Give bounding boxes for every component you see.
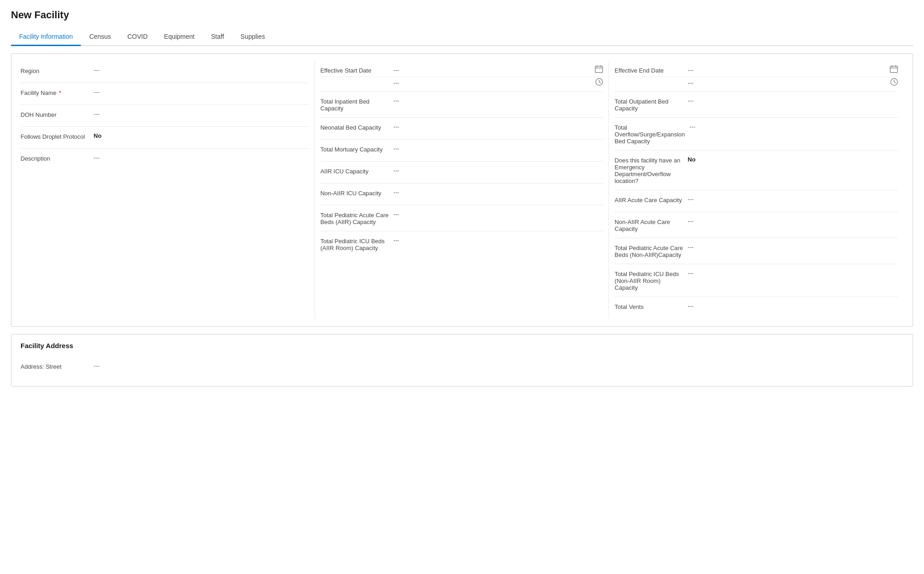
non-aiir-acute-value[interactable]: ---: [688, 218, 898, 224]
facility-name-value[interactable]: ---: [94, 89, 309, 95]
emergency-dept-value[interactable]: No: [688, 156, 898, 163]
effective-end-date-section: Effective End Date ---: [614, 61, 898, 92]
total-pediatric-icu-non-aiir-row: Total Pediatric ICU Beds (Non-AIIR Room)…: [614, 264, 898, 297]
effective-end-date-value[interactable]: ---: [688, 67, 890, 73]
facility-name-label: Facility Name *: [21, 89, 94, 96]
tab-supplies[interactable]: Supplies: [232, 28, 273, 46]
address-street-row: Address: Street ---: [21, 357, 903, 379]
svg-line-13: [894, 82, 896, 83]
page-title: New Facility: [11, 9, 913, 21]
non-aiir-icu-row: Non-AIIR ICU Capacity ---: [320, 183, 604, 205]
address-street-label: Address: Street: [21, 362, 94, 370]
left-column: Region --- Facility Name * --- DOH Numbe…: [21, 61, 315, 319]
aiir-icu-value[interactable]: ---: [394, 167, 604, 174]
calendar-icon-start[interactable]: [595, 65, 603, 75]
total-inpatient-row: Total Inpatient Bed Capacity ---: [320, 92, 604, 118]
description-label: Description: [21, 154, 94, 162]
right-column: Effective End Date ---: [609, 61, 903, 319]
neonatal-bed-value[interactable]: ---: [394, 123, 604, 130]
description-row: Description ---: [21, 149, 309, 171]
clock-icon-start[interactable]: [595, 78, 603, 88]
effective-start-time-value[interactable]: ---: [394, 79, 596, 86]
tab-census[interactable]: Census: [81, 28, 119, 46]
aiir-acute-value[interactable]: ---: [688, 196, 898, 203]
description-value[interactable]: ---: [94, 154, 309, 161]
total-pediatric-icu-non-aiir-value[interactable]: ---: [688, 270, 898, 277]
total-mortuary-label: Total Mortuary Capacity: [320, 145, 394, 153]
calendar-icon-end[interactable]: [890, 65, 898, 75]
total-pediatric-aiir-value[interactable]: ---: [394, 211, 604, 218]
total-outpatient-value[interactable]: ---: [688, 97, 898, 104]
address-street-value[interactable]: ---: [94, 362, 903, 369]
svg-line-6: [599, 82, 601, 83]
effective-end-date-label: Effective End Date: [614, 66, 688, 74]
total-inpatient-label: Total Inpatient Bed Capacity: [320, 97, 394, 112]
total-pediatric-icu-aiir-value[interactable]: ---: [394, 237, 604, 244]
tab-equipment[interactable]: Equipment: [156, 28, 203, 46]
region-label: Region: [21, 67, 94, 74]
total-pediatric-non-aiir-row: Total Pediatric Acute Care Beds (Non-AII…: [614, 238, 898, 264]
non-aiir-icu-label: Non-AIIR ICU Capacity: [320, 189, 394, 197]
total-pediatric-non-aiir-value[interactable]: ---: [688, 244, 898, 250]
total-pediatric-non-aiir-label: Total Pediatric Acute Care Beds (Non-AII…: [614, 244, 688, 258]
facility-address-title: Facility Address: [21, 342, 903, 350]
total-overflow-label: Total Overflow/Surge/Expansion Bed Capac…: [614, 123, 689, 145]
total-outpatient-label: Total Outpatient Bed Capacity: [614, 97, 688, 112]
emergency-dept-label: Does this facility have an Emergency Dep…: [614, 156, 688, 184]
aiir-acute-row: AIIR Acute Care Capacity ---: [614, 190, 898, 212]
total-overflow-value[interactable]: ---: [689, 123, 898, 130]
total-vents-label: Total Vents: [614, 303, 688, 310]
middle-column: Effective Start Date ---: [315, 61, 609, 319]
droplet-protocol-value[interactable]: No: [94, 132, 309, 139]
total-outpatient-row: Total Outpatient Bed Capacity ---: [614, 92, 898, 118]
region-row: Region ---: [21, 61, 309, 83]
total-mortuary-value[interactable]: ---: [394, 145, 604, 152]
form-grid: Region --- Facility Name * --- DOH Numbe…: [21, 61, 903, 319]
aiir-icu-label: AIIR ICU Capacity: [320, 167, 394, 175]
doh-number-label: DOH Number: [21, 110, 94, 118]
aiir-acute-label: AIIR Acute Care Capacity: [614, 196, 688, 204]
total-pediatric-aiir-row: Total Pediatric Acute Care Beds (AIIR) C…: [320, 205, 604, 231]
doh-number-row: DOH Number ---: [21, 105, 309, 127]
droplet-protocol-label: Follows Droplet Protocol: [21, 132, 94, 140]
svg-rect-0: [595, 66, 603, 73]
total-mortuary-row: Total Mortuary Capacity ---: [320, 140, 604, 162]
non-aiir-icu-value[interactable]: ---: [394, 189, 604, 196]
clock-icon-end[interactable]: [890, 78, 898, 88]
effective-end-time-value[interactable]: ---: [688, 79, 890, 86]
non-aiir-acute-label: Non-AIIR Acute Care Capacity: [614, 218, 688, 232]
total-pediatric-icu-non-aiir-label: Total Pediatric ICU Beds (Non-AIIR Room)…: [614, 270, 688, 291]
neonatal-bed-row: Neonatal Bed Capacity ---: [320, 118, 604, 140]
total-pediatric-aiir-label: Total Pediatric Acute Care Beds (AIIR) C…: [320, 211, 394, 225]
non-aiir-acute-row: Non-AIIR Acute Care Capacity ---: [614, 212, 898, 238]
tab-facility-information[interactable]: Facility Information: [11, 28, 81, 46]
emergency-dept-row: Does this facility have an Emergency Dep…: [614, 151, 898, 190]
doh-number-value[interactable]: ---: [94, 110, 309, 117]
region-value[interactable]: ---: [94, 67, 309, 73]
total-pediatric-icu-aiir-label: Total Pediatric ICU Beds (AIIR Room) Cap…: [320, 237, 394, 251]
tab-bar: Facility Information Census COVID Equipm…: [11, 28, 913, 46]
effective-start-date-value[interactable]: ---: [394, 67, 595, 73]
neonatal-bed-label: Neonatal Bed Capacity: [320, 123, 394, 131]
effective-start-date-section: Effective Start Date ---: [320, 61, 604, 92]
effective-start-date-label: Effective Start Date: [320, 66, 394, 74]
droplet-protocol-row: Follows Droplet Protocol No: [21, 127, 309, 149]
required-marker: *: [59, 89, 61, 96]
total-overflow-row: Total Overflow/Surge/Expansion Bed Capac…: [614, 118, 898, 151]
facility-info-card: Region --- Facility Name * --- DOH Numbe…: [11, 53, 913, 327]
facility-address-card: Facility Address Address: Street ---: [11, 334, 913, 386]
facility-name-row: Facility Name * ---: [21, 83, 309, 105]
effective-start-time-label: [320, 83, 394, 83]
aiir-icu-row: AIIR ICU Capacity ---: [320, 162, 604, 183]
tab-staff[interactable]: Staff: [203, 28, 232, 46]
tab-covid[interactable]: COVID: [119, 28, 156, 46]
total-vents-row: Total Vents ---: [614, 297, 898, 319]
svg-rect-7: [890, 66, 898, 73]
total-vents-value[interactable]: ---: [688, 303, 898, 309]
total-inpatient-value[interactable]: ---: [394, 97, 604, 104]
total-pediatric-icu-aiir-row: Total Pediatric ICU Beds (AIIR Room) Cap…: [320, 231, 604, 257]
